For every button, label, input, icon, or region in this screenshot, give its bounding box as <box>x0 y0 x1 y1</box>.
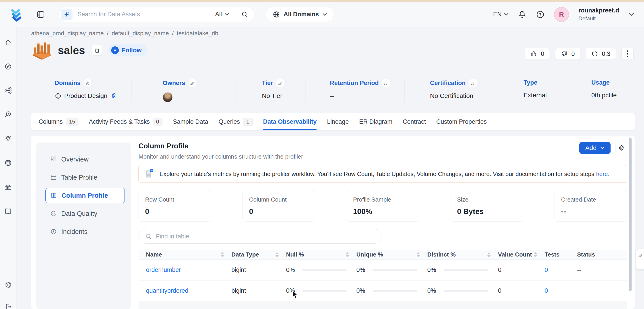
edit-certification-button[interactable] <box>469 79 477 87</box>
owner-avatar[interactable] <box>163 92 173 102</box>
tests-link[interactable]: 0 <box>544 287 548 294</box>
copy-name-button[interactable] <box>91 45 102 56</box>
upvote-button[interactable]: 0 <box>525 48 550 60</box>
version-history-button[interactable]: 0.3 <box>586 48 616 60</box>
documentation-link[interactable]: here. <box>596 171 610 177</box>
table-profile-icon <box>50 174 57 180</box>
tab-activity-feeds[interactable]: Activity Feeds & Tasks0 <box>89 113 162 130</box>
edit-tier-button[interactable] <box>276 79 284 87</box>
user-menu[interactable]: rounakpreet.d Default <box>578 7 619 22</box>
tab-er-diagram[interactable]: ER Diagram <box>359 113 392 130</box>
col-header-null-pct: Null % <box>283 251 354 258</box>
edit-retention-button[interactable] <box>382 79 390 87</box>
data-assets-topology-icon[interactable] <box>4 87 12 94</box>
sort-control[interactable] <box>220 252 224 257</box>
search-scope-dropdown[interactable]: All <box>215 11 229 18</box>
openmetadata-logo-icon[interactable] <box>9 7 24 22</box>
breadcrumb-schema[interactable]: testdatalake_db <box>177 30 218 37</box>
domain-value[interactable]: Product Design <box>64 92 107 100</box>
help-icon[interactable]: ? <box>536 10 544 19</box>
chevron-down-icon[interactable] <box>629 13 634 16</box>
col-header-name: Name <box>138 251 229 258</box>
breadcrumb-separator: / <box>172 30 174 37</box>
tests-link[interactable]: 0 <box>544 266 548 273</box>
nav-item-overview[interactable]: Overview <box>46 152 125 167</box>
entity-actions: 0 0 0.3 <box>525 48 634 60</box>
profiler-info-banner: Explore your table's metrics by running … <box>138 165 627 183</box>
user-avatar[interactable]: R <box>554 7 569 22</box>
nav-item-table-profile[interactable]: Table Profile <box>46 170 125 185</box>
sort-control[interactable] <box>346 252 349 257</box>
add-button[interactable]: Add <box>579 142 610 154</box>
section-subtitle: Monitor and understand your columns stru… <box>138 153 303 160</box>
mouse-cursor <box>292 290 298 299</box>
notifications-bell-icon[interactable] <box>518 10 526 19</box>
sort-control[interactable] <box>416 252 420 257</box>
edit-owners-button[interactable] <box>188 79 196 87</box>
meta-tier: Tier No Tier <box>262 79 284 100</box>
breadcrumb-service[interactable]: athena_prod_display_name <box>31 30 104 37</box>
thumbs-up-icon <box>530 51 537 57</box>
settings-gear-icon[interactable] <box>4 281 12 289</box>
subdomain-hierarchy-icon[interactable] <box>110 93 116 99</box>
sort-control[interactable] <box>487 252 491 257</box>
right-panel-handle[interactable] <box>636 249 644 270</box>
find-in-table-input[interactable]: Find in table <box>138 229 382 244</box>
all-domains-dropdown[interactable]: All Domains <box>266 7 334 22</box>
column-name-link[interactable]: quantityordered <box>146 287 188 294</box>
search-scope-value: All <box>215 11 222 18</box>
glossary-book-icon[interactable] <box>4 207 12 215</box>
breadcrumb-database[interactable]: default_display_name <box>112 30 169 37</box>
tab-custom-properties[interactable]: Custom Properties <box>436 113 487 130</box>
follow-button[interactable]: Follow <box>108 44 147 56</box>
tab-columns[interactable]: Columns15 <box>39 113 78 130</box>
globe-icon <box>273 11 280 18</box>
tab-lineage[interactable]: Lineage <box>327 113 349 130</box>
profile-stats-row: Row Count 0 Column Count 0 Profile Sampl… <box>138 190 627 222</box>
sort-control[interactable] <box>534 252 537 257</box>
observability-search-eye-icon[interactable] <box>4 111 12 118</box>
meta-owners: Owners <box>163 79 196 102</box>
tab-queries[interactable]: Queries1 <box>218 113 253 130</box>
more-options-button[interactable] <box>622 48 634 60</box>
overview-grid-icon <box>50 156 57 162</box>
search-icon[interactable] <box>241 11 248 18</box>
logout-icon[interactable] <box>4 303 12 309</box>
govern-bank-icon[interactable] <box>4 183 12 191</box>
insights-lightbulb-icon[interactable] <box>4 135 12 142</box>
nav-item-column-profile[interactable]: Column Profile <box>46 188 125 203</box>
copy-icon <box>94 47 100 53</box>
global-search-input[interactable]: Search for Data Assets All <box>58 7 254 22</box>
language-dropdown[interactable]: EN <box>493 11 508 18</box>
breadcrumb-separator: / <box>107 30 108 37</box>
type-label: Type <box>524 79 537 86</box>
nav-item-incidents[interactable]: Incidents <box>46 224 125 239</box>
profiler-settings-button[interactable] <box>616 142 627 154</box>
section-title: Column Profile <box>138 142 303 150</box>
history-icon <box>591 51 598 57</box>
value-count-cell: 0 <box>495 287 542 294</box>
search-icon <box>145 233 152 240</box>
tab-data-observability[interactable]: Data Observability <box>263 113 316 130</box>
usage-value: 0th pctile <box>591 92 617 99</box>
entity-tabs-bar: Columns15 Activity Feeds & Tasks0 Sample… <box>31 113 635 130</box>
nav-item-data-quality[interactable]: Data Quality <box>46 206 125 221</box>
vertical-scrollbar-thumb[interactable] <box>629 138 632 291</box>
retention-value: -- <box>330 92 334 100</box>
downvote-count: 0 <box>571 51 575 58</box>
user-name: rounakpreet.d <box>578 7 619 15</box>
sort-control[interactable] <box>275 252 279 257</box>
domains-globe-icon[interactable] <box>4 159 12 167</box>
table-row-partial <box>138 301 627 309</box>
pencil-icon <box>190 81 194 85</box>
tab-sample-data[interactable]: Sample Data <box>173 113 208 130</box>
edit-domains-button[interactable] <box>84 79 92 87</box>
follow-label: Follow <box>122 47 142 54</box>
tab-contract[interactable]: Contract <box>403 113 426 130</box>
explore-compass-icon[interactable] <box>4 63 12 70</box>
sidebar-toggle-button[interactable] <box>36 10 46 20</box>
home-icon[interactable] <box>4 39 12 46</box>
column-name-link[interactable]: ordernumber <box>146 266 181 273</box>
downvote-button[interactable]: 0 <box>555 48 580 60</box>
page-title: sales <box>58 44 85 57</box>
